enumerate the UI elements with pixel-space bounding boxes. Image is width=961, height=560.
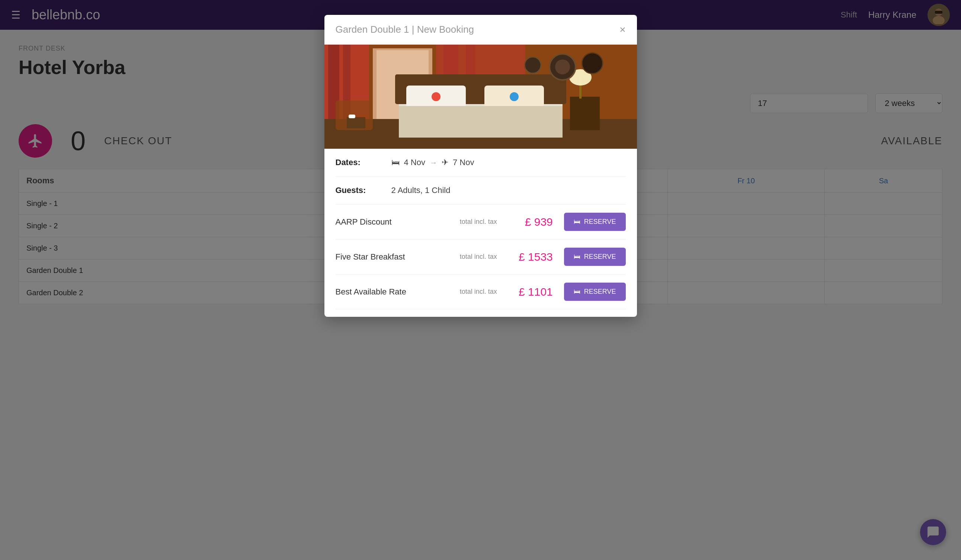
rate-price-breakfast: £ 1533	[505, 250, 553, 263]
modal-footer	[336, 310, 626, 317]
dates-arrow: →	[430, 159, 437, 167]
svg-point-25	[555, 59, 570, 74]
reserve-button-breakfast[interactable]: 🛏 RESERVE	[564, 248, 626, 266]
reserve-bed-icon-best: 🛏	[574, 288, 580, 295]
reserve-label-breakfast: RESERVE	[584, 253, 616, 261]
reserve-bed-icon-aarp: 🛏	[574, 218, 580, 226]
rate-price-best: £ 1101	[505, 286, 553, 298]
modal-header: Garden Double 1 | New Booking ×	[325, 15, 637, 45]
modal-separator: |	[409, 24, 417, 35]
reserve-label-best: RESERVE	[584, 288, 616, 295]
rate-row-breakfast: Five Star Breakfast total incl. tax £ 15…	[336, 239, 626, 274]
reserve-label-aarp: RESERVE	[584, 218, 616, 226]
rate-row-aarp: AARP Discount total incl. tax £ 939 🛏 RE…	[336, 204, 626, 239]
modal-room-name: Garden Double 1	[336, 24, 409, 35]
reserve-bed-icon-breakfast: 🛏	[574, 253, 580, 261]
rate-name-aarp: AARP Discount	[336, 217, 456, 227]
svg-rect-30	[349, 114, 355, 118]
rate-name-breakfast: Five Star Breakfast	[336, 252, 456, 262]
checkin-icon: 🛏	[391, 158, 400, 167]
dates-row: Dates: 🛏 4 Nov → ✈ 7 Nov	[336, 149, 626, 177]
dates-label: Dates:	[336, 158, 384, 167]
svg-point-19	[510, 92, 519, 101]
rate-tax-breakfast: total incl. tax	[460, 253, 497, 261]
guests-value: 2 Adults, 1 Child	[391, 186, 450, 195]
guests-label: Guests:	[336, 186, 384, 195]
checkout-date: 7 Nov	[453, 158, 474, 167]
guests-row: Guests: 2 Adults, 1 Child	[336, 177, 626, 204]
modal-close-button[interactable]: ×	[619, 24, 625, 35]
svg-point-26	[582, 53, 603, 74]
dates-value: 🛏 4 Nov → ✈ 7 Nov	[391, 158, 474, 167]
modal-body: Dates: 🛏 4 Nov → ✈ 7 Nov Guests: 2 Adult…	[325, 149, 637, 317]
checkin-date: 4 Nov	[404, 158, 425, 167]
booking-modal: Garden Double 1 | New Booking ×	[325, 15, 637, 317]
rate-price-aarp: £ 939	[505, 216, 553, 228]
svg-rect-29	[347, 117, 365, 128]
svg-rect-20	[399, 106, 562, 138]
svg-point-18	[432, 92, 440, 101]
rate-name-best: Best Available Rate	[336, 287, 456, 297]
svg-rect-21	[570, 97, 600, 130]
svg-point-27	[525, 57, 541, 73]
rate-tax-aarp: total incl. tax	[460, 218, 497, 226]
reserve-button-aarp[interactable]: 🛏 RESERVE	[564, 213, 626, 231]
rate-row-best: Best Available Rate total incl. tax £ 11…	[336, 274, 626, 310]
room-image	[325, 45, 637, 149]
modal-booking-type: New Booking	[417, 24, 474, 35]
checkout-plane-icon: ✈	[442, 158, 448, 167]
modal-overlay[interactable]: Garden Double 1 | New Booking ×	[0, 0, 961, 560]
reserve-button-best[interactable]: 🛏 RESERVE	[564, 282, 626, 301]
modal-title: Garden Double 1 | New Booking	[336, 24, 474, 35]
rate-tax-best: total incl. tax	[460, 288, 497, 295]
